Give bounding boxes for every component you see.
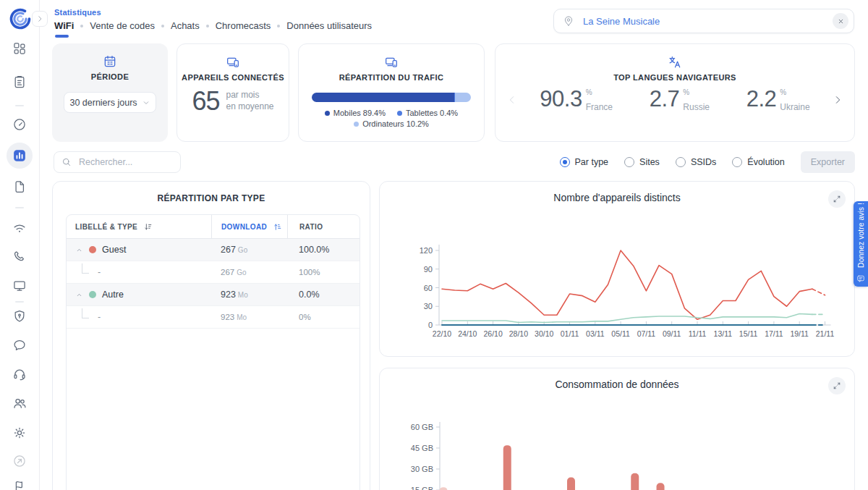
site-search-input[interactable] — [582, 15, 825, 28]
site-search[interactable] — [553, 9, 854, 33]
sidebar-item-monitor[interactable] — [0, 276, 39, 295]
sidebar-item-phone[interactable] — [0, 248, 39, 266]
sort-desc-icon[interactable] — [143, 222, 153, 232]
sidebar-item-gauge[interactable] — [0, 115, 39, 134]
tab-wifi[interactable]: WiFi — [54, 20, 74, 38]
sidebar-item-statistics[interactable] — [0, 146, 39, 165]
svg-text:24/10: 24/10 — [458, 329, 477, 338]
expand-devices-chart-button[interactable] — [828, 190, 846, 208]
language-stats: 90.3%France2.7%Russie2.2%Ukraine — [522, 88, 828, 112]
sidebar-collapse-button[interactable] — [32, 11, 48, 27]
svg-text:60: 60 — [424, 284, 433, 292]
svg-text:03/11: 03/11 — [586, 329, 605, 338]
filter-search[interactable] — [54, 151, 181, 173]
languages-prev-button[interactable] — [503, 94, 522, 106]
consumption-chart-title: Consommation de données — [380, 379, 854, 390]
sidebar-item-settings[interactable] — [0, 423, 39, 442]
radio-ssids[interactable]: SSIDs — [676, 157, 716, 167]
traffic-segment-mobiles — [312, 93, 454, 102]
svg-text:60 GB: 60 GB — [411, 423, 433, 431]
caret-up-icon[interactable] — [75, 291, 83, 299]
table-row--[interactable]: -923Mo0% — [67, 306, 359, 329]
tab-achats[interactable]: Achats — [171, 20, 200, 38]
table-row--[interactable]: -267Go100% — [67, 261, 359, 284]
feedback-chat-icon — [856, 274, 865, 283]
export-button[interactable]: Exporter — [801, 151, 855, 173]
sidebar-item-shield[interactable] — [0, 307, 39, 326]
filter-search-input[interactable] — [77, 156, 197, 168]
radio-par-type[interactable]: Par type — [560, 157, 609, 167]
svg-text:01/11: 01/11 — [561, 329, 579, 338]
devices-icon — [226, 55, 240, 69]
chevron-left-icon — [506, 94, 518, 106]
phone-icon — [12, 250, 27, 264]
radio-sites[interactable]: Sites — [624, 157, 660, 167]
sidebar-item-upgrade[interactable] — [0, 452, 39, 470]
column-header-ratio[interactable]: RATIO — [287, 215, 357, 238]
sidebar-item-users[interactable] — [0, 394, 39, 413]
tab-separator-dot — [161, 25, 164, 28]
clear-search-button[interactable] — [833, 13, 848, 29]
sidebar-item-document[interactable] — [0, 177, 39, 196]
card-repartition-trafic: RÉPARTITION DU TRAFIC Mobiles 89.4%Table… — [298, 43, 485, 142]
tab-chromecasts[interactable]: Chromecasts — [216, 20, 271, 38]
column-header-libell-type[interactable]: LIBELLÉ & TYPE — [67, 215, 211, 238]
type-color-dot — [89, 246, 96, 253]
brand-spiral-logo — [8, 7, 33, 31]
svg-text:26/10: 26/10 — [483, 329, 502, 338]
svg-text:13/11: 13/11 — [714, 329, 733, 338]
tab-bar: WiFiVente de codesAchatsChromecastsDonné… — [54, 20, 372, 38]
svg-text:07/11: 07/11 — [637, 329, 656, 338]
card-periode-title: PÉRIODE — [52, 72, 168, 81]
devices-chart-panel: Nombre d'appareils distincts 03060901202… — [379, 181, 855, 357]
repartition-par-type-panel: RÉPARTITION PAR TYPE LIBELLÉ & TYPEDOWNL… — [52, 181, 370, 490]
card-trafic-title: RÉPARTITION DU TRAFIC — [299, 73, 484, 82]
tab-donn-es-utilisateurs[interactable]: Données utilisateurs — [286, 20, 372, 38]
expand-consumption-chart-button[interactable] — [828, 377, 846, 394]
sidebar-item-wifi[interactable] — [0, 219, 39, 237]
svg-text:30 GB: 30 GB — [411, 465, 433, 473]
translate-icon — [668, 55, 682, 69]
radio--volution[interactable]: Évolution — [732, 157, 784, 167]
svg-text:17/11: 17/11 — [765, 329, 783, 338]
sidebar-item-flag[interactable] — [0, 477, 39, 490]
location-pin-icon — [563, 15, 574, 27]
sidebar-item-headset[interactable] — [0, 365, 39, 384]
table-row-autre[interactable]: Autre923Mo0.0% — [67, 284, 359, 306]
svg-text:19/11: 19/11 — [790, 329, 809, 338]
type-panel-title: RÉPARTITION PAR TYPE — [53, 193, 370, 203]
devices-line-chart: 030609012022/1024/1026/1028/1030/1001/11… — [380, 182, 854, 356]
sidebar-divider — [15, 301, 24, 303]
sidebar-item-chat-bubble[interactable] — [0, 336, 39, 355]
search-icon — [61, 157, 72, 167]
tab-vente-de-codes[interactable]: Vente de codes — [90, 20, 155, 38]
traffic-distribution-bar — [312, 93, 471, 102]
periode-dropdown-value: 30 derniers jours — [69, 98, 137, 108]
sidebar-item-clipboard[interactable] — [0, 72, 39, 91]
card-top-langues: TOP LANGUES NAVIGATEURS 90.3%France2.7%R… — [495, 43, 855, 142]
devices-icon — [299, 55, 484, 69]
shield-icon — [12, 309, 27, 324]
caret-up-icon[interactable] — [75, 246, 83, 254]
svg-text:90: 90 — [424, 265, 433, 274]
sort-asc-icon[interactable] — [273, 222, 282, 232]
headset-icon — [12, 367, 27, 381]
devices-icon — [177, 55, 289, 69]
appareils-caption: par mois en moyenne — [226, 90, 274, 112]
feedback-tab[interactable]: Donnez votre avis ! — [854, 201, 868, 287]
table-row-guest[interactable]: Guest267Go100.0% — [67, 239, 359, 261]
svg-text:11/11: 11/11 — [689, 329, 707, 338]
sidebar-item-dashboard[interactable] — [0, 39, 39, 58]
svg-text:120: 120 — [420, 246, 433, 255]
svg-text:28/10: 28/10 — [509, 329, 528, 338]
users-icon — [12, 396, 27, 410]
periode-dropdown[interactable]: 30 derniers jours — [64, 92, 156, 113]
column-header-download[interactable]: DOWNLOAD — [211, 215, 287, 238]
tab-separator-dot — [80, 25, 83, 28]
calendar-icon — [103, 54, 117, 69]
legend-item-ordinateurs: Ordinateurs 10.2% — [354, 119, 429, 128]
traffic-legend: Mobiles 89.4%Tablettes 0.4%Ordinateurs 1… — [299, 109, 484, 128]
card-langues-title: TOP LANGUES NAVIGATEURS — [495, 73, 854, 82]
expand-icon — [833, 195, 841, 203]
languages-next-button[interactable] — [828, 94, 847, 106]
